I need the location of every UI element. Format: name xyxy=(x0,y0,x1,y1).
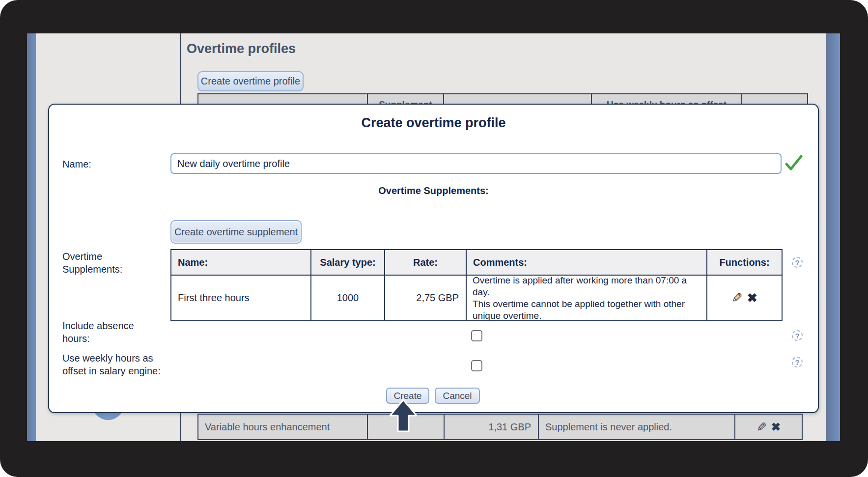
create-overtime-profile-dialog: Create overtime profile Name: Overtime S… xyxy=(48,104,819,413)
header-salary-type: Salary type: xyxy=(311,250,385,275)
header-functions: Functions: xyxy=(707,250,782,275)
use-weekly-hours-checkbox[interactable] xyxy=(471,360,482,371)
supplement-name-cell: Variable hours enhancement xyxy=(198,415,368,439)
row-comments: Overtime is applied after working more t… xyxy=(467,276,707,320)
supplement-functions-cell: ✎ ✖ xyxy=(735,415,802,439)
supplement-comments-cell: Supplement is never applied. xyxy=(539,415,735,439)
header-comments: Comments: xyxy=(467,250,707,275)
screenshot-frame: Overtime profiles Create overtime profil… xyxy=(0,0,868,477)
row-rate: 2,75 GBP xyxy=(385,276,467,320)
edit-pencil-icon[interactable]: ✎ xyxy=(756,420,767,434)
supplements-table-row: First three hours 1000 2,75 GBP Overtime… xyxy=(171,276,782,320)
row-name: First three hours xyxy=(171,276,311,320)
name-input[interactable] xyxy=(170,153,782,174)
name-label: Name: xyxy=(62,158,91,170)
valid-check-icon xyxy=(785,155,803,173)
supplements-table: Name: Salary type: Rate: Comments: Funct… xyxy=(170,249,783,321)
help-icon-supplements[interactable]: ? xyxy=(792,257,803,268)
overtime-supplements-side-label: Overtime Supplements: xyxy=(62,250,136,276)
row-salary-type: 1000 xyxy=(311,276,385,320)
row-functions: ✎ ✖ xyxy=(707,276,782,320)
delete-x-icon[interactable]: ✖ xyxy=(747,291,757,305)
create-overtime-profile-button[interactable]: Create overtime profile xyxy=(197,71,304,91)
include-absence-label: Include absence hours: xyxy=(62,319,151,345)
create-overtime-supplement-button[interactable]: Create overtime supplement xyxy=(170,220,302,244)
dialog-title: Create overtime profile xyxy=(49,115,818,131)
right-accent-bar xyxy=(826,33,840,441)
page-title: Overtime profiles xyxy=(187,41,296,56)
help-icon-use-weekly[interactable]: ? xyxy=(792,357,803,367)
header-rate: Rate: xyxy=(385,250,467,275)
cancel-button[interactable]: Cancel xyxy=(435,388,480,404)
delete-x-icon[interactable]: ✖ xyxy=(771,421,781,434)
use-weekly-hours-label: Use weekly hours as offset in salary eng… xyxy=(62,352,168,377)
header-name: Name: xyxy=(171,250,311,275)
supplements-table-header: Name: Salary type: Rate: Comments: Funct… xyxy=(171,250,782,276)
include-absence-checkbox[interactable] xyxy=(471,330,482,341)
supplement-rate-cell: 1,31 GBP xyxy=(445,415,539,439)
cursor-arrow-icon xyxy=(389,398,418,435)
edit-pencil-icon[interactable]: ✎ xyxy=(731,290,743,306)
overtime-supplements-heading: Overtime Supplements: xyxy=(49,185,818,196)
help-icon-include-absence[interactable]: ? xyxy=(792,330,803,341)
left-accent-bar xyxy=(27,33,36,441)
supplement-table-row: Variable hours enhancement 1,31 GBP Supp… xyxy=(197,414,803,440)
